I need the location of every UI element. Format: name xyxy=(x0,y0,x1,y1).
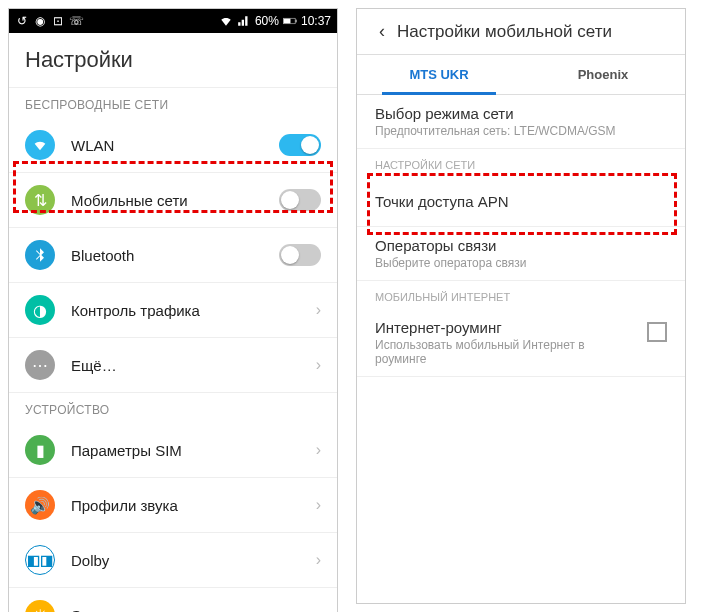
sim-tabs: MTS UKR Phoenix xyxy=(357,55,685,95)
svg-rect-1 xyxy=(283,19,290,24)
row-label: Bluetooth xyxy=(71,247,279,264)
tab-phoenix[interactable]: Phoenix xyxy=(521,55,685,94)
row-label: Контроль трафика xyxy=(71,302,308,319)
row-title: Операторы связи xyxy=(375,237,667,254)
row-operators[interactable]: Операторы связи Выберите оператора связи xyxy=(357,227,685,281)
row-title: Точки доступа APN xyxy=(375,193,667,210)
row-screen[interactable]: ☀ Экран › xyxy=(9,588,337,612)
row-mobile-networks[interactable]: ⇅ Мобильные сети xyxy=(9,173,337,228)
row-label: Профили звука xyxy=(71,497,308,514)
more-icon: ⋯ xyxy=(25,350,55,380)
settings-screen: ↺ ◉ ⊡ ☏ 60% 10:37 Настройки БЕСПРОВОДНЫЕ… xyxy=(8,8,338,612)
row-bluetooth[interactable]: Bluetooth xyxy=(9,228,337,283)
section-device: УСТРОЙСТВО xyxy=(9,393,337,423)
row-apn[interactable]: Точки доступа APN xyxy=(357,177,685,227)
chevron-right-icon: › xyxy=(316,606,321,612)
row-subtitle: Предпочтительная сеть: LTE/WCDMA/GSM xyxy=(375,124,667,138)
dolby-icon: ◧◨ xyxy=(25,545,55,575)
row-subtitle: Использовать мобильный Интернет в роумин… xyxy=(375,338,637,366)
row-title: Выбор режима сети xyxy=(375,105,667,122)
row-label: Параметры SIM xyxy=(71,442,308,459)
row-wlan[interactable]: WLAN xyxy=(9,118,337,173)
status-bar: ↺ ◉ ⊡ ☏ 60% 10:37 xyxy=(9,9,337,33)
signal-icon xyxy=(237,14,251,28)
data-usage-icon: ◑ xyxy=(25,295,55,325)
roaming-checkbox[interactable] xyxy=(647,322,667,342)
chevron-right-icon: › xyxy=(316,441,321,459)
sound-icon: 🔊 xyxy=(25,490,55,520)
mobile-data-icon: ⇅ xyxy=(25,185,55,215)
wifi-icon xyxy=(25,130,55,160)
screen-title: Настройки мобильной сети xyxy=(397,22,612,42)
row-sim[interactable]: ▮ Параметры SIM › xyxy=(9,423,337,478)
row-sound[interactable]: 🔊 Профили звука › xyxy=(9,478,337,533)
eye-icon: ◉ xyxy=(33,14,47,28)
row-subtitle: Выберите оператора связи xyxy=(375,256,667,270)
row-more[interactable]: ⋯ Ещё… › xyxy=(9,338,337,393)
sync-icon: ↺ xyxy=(15,14,29,28)
sim-icon: ▮ xyxy=(25,435,55,465)
viber-icon: ☏ xyxy=(69,14,83,28)
row-label: Мобильные сети xyxy=(71,192,279,209)
row-title: Интернет-роуминг xyxy=(375,319,637,336)
row-label: Dolby xyxy=(71,552,308,569)
chevron-right-icon: › xyxy=(316,551,321,569)
section-wireless: БЕСПРОВОДНЫЕ СЕТИ xyxy=(9,88,337,118)
back-button[interactable]: ‹ xyxy=(367,21,397,42)
battery-icon xyxy=(283,14,297,28)
display-icon: ☀ xyxy=(25,600,55,612)
wifi-icon xyxy=(219,14,233,28)
bluetooth-toggle[interactable] xyxy=(279,244,321,266)
row-traffic[interactable]: ◑ Контроль трафика › xyxy=(9,283,337,338)
row-label: Экран xyxy=(71,607,308,613)
section-network-settings: НАСТРОЙКИ СЕТИ xyxy=(357,149,685,177)
bluetooth-icon xyxy=(25,240,55,270)
row-network-mode[interactable]: Выбор режима сети Предпочтительная сеть:… xyxy=(357,95,685,149)
svg-rect-2 xyxy=(296,20,297,23)
row-roaming[interactable]: Интернет-роуминг Использовать мобильный … xyxy=(357,309,685,377)
clock: 10:37 xyxy=(301,14,331,28)
row-label: Ещё… xyxy=(71,357,308,374)
sub-header: ‹ Настройки мобильной сети xyxy=(357,9,685,55)
row-label: WLAN xyxy=(71,137,279,154)
chevron-right-icon: › xyxy=(316,356,321,374)
app-icon: ⊡ xyxy=(51,14,65,28)
mobile-toggle[interactable] xyxy=(279,189,321,211)
battery-percent: 60% xyxy=(255,14,279,28)
tab-mts-ukr[interactable]: MTS UKR xyxy=(357,55,521,94)
section-mobile-internet: МОБИЛЬНЫЙ ИНТЕРНЕТ xyxy=(357,281,685,309)
row-dolby[interactable]: ◧◨ Dolby › xyxy=(9,533,337,588)
wlan-toggle[interactable] xyxy=(279,134,321,156)
chevron-right-icon: › xyxy=(316,496,321,514)
mobile-network-settings-screen: ‹ Настройки мобильной сети MTS UKR Phoen… xyxy=(356,8,686,604)
page-title: Настройки xyxy=(9,33,337,88)
chevron-right-icon: › xyxy=(316,301,321,319)
